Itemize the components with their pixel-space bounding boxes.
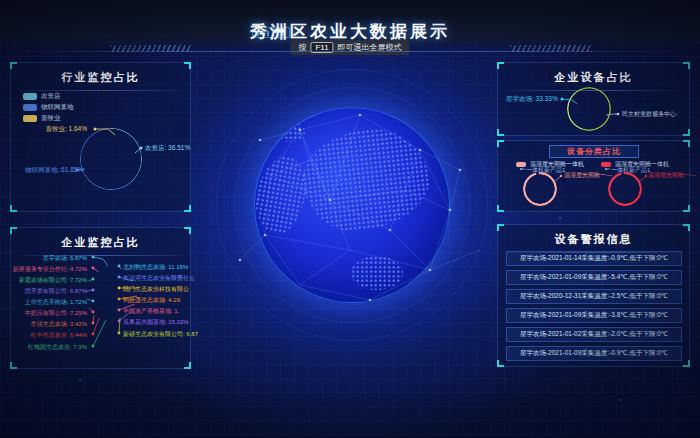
- legend-swatch: [23, 93, 37, 100]
- callout-xumuye: 畜牧业: 1.64%: [45, 126, 87, 133]
- callout-right: 温湿度光照舱一—: [648, 172, 696, 178]
- panel-device-ratio: 企业设备占比 星宇农场: 33.33% 民主村党群服务中心:: [497, 62, 690, 136]
- corner-icon: [683, 205, 690, 212]
- corner-icon: [683, 224, 690, 231]
- enterprise-label: 中奶乐有限公司: 7.29%: [25, 310, 87, 316]
- corner-icon: [497, 205, 504, 212]
- enterprise-label: 上华生态养殖场: 1.72%: [25, 299, 87, 305]
- legend-item-nongzidian[interactable]: 农资店: [23, 93, 61, 100]
- panel-title: 行业监控占比: [11, 63, 190, 85]
- legend-label: 畜牧业: [41, 115, 61, 122]
- legend-item-xumuye[interactable]: 畜牧业: [23, 115, 61, 122]
- globe: [254, 107, 450, 303]
- enterprise-label: 新塍服务专业合作社: 4.72%: [13, 266, 87, 272]
- panel-title: 企业设备占比: [498, 63, 689, 85]
- enterprise-label: 北刘鸭生态农场: 11.16%: [123, 264, 188, 270]
- corner-icon: [184, 62, 191, 69]
- corner-icon: [10, 227, 17, 234]
- alarm-row: 星宇农场-2021-01-09采集温度:-3.8℃,低于下限:0℃: [506, 308, 682, 323]
- legend-item-wulianwang[interactable]: 物联网基地: [23, 104, 74, 111]
- panel-alarm-info: 设备警报信息 星宇农场-2021-01-14采集温度:-0.9℃,低于下限:0℃…: [497, 224, 690, 367]
- alarm-row: 星宇农场-2020-12-31采集温度:-2.5℃,低于下限:0℃: [506, 289, 682, 304]
- legend-swatch: [23, 115, 37, 122]
- alarm-row: 星宇农场-2021-01-14采集温度:-0.9℃,低于下限:0℃: [506, 251, 682, 266]
- callout-left: 温湿度光照舱一—: [564, 172, 612, 178]
- continent-south: [351, 256, 403, 290]
- corner-icon: [497, 360, 504, 367]
- enterprise-label: 鸭慈荡生态农场: 4.29: [123, 297, 180, 303]
- alarm-row: 星宇农场-2021-01-09采集温度:-0.9℃,低于下限:0℃: [506, 346, 682, 361]
- panel-title: 设备警报信息: [498, 225, 689, 247]
- title-underline: [19, 90, 182, 91]
- enterprise-label: 红丰生态农业: 6.44%: [31, 332, 87, 338]
- corner-icon: [683, 129, 690, 136]
- corner-icon: [497, 62, 504, 69]
- panel-title: 企业监控占比: [11, 228, 190, 250]
- enterprise-label: 新硕生态农业有限公司: 6.87: [123, 331, 198, 337]
- corner-icon: [10, 205, 17, 212]
- enterprise-label: 李强生态农场: 3.42%: [31, 321, 87, 327]
- legend-label: 物联网基地: [41, 104, 74, 111]
- legend-swatch: [516, 162, 526, 167]
- corner-icon: [683, 360, 690, 367]
- fullscreen-hint: 按 F11 即可退出全屏模式: [290, 40, 409, 55]
- callout-wulianwang: 物联网基地: 61.85%: [25, 167, 83, 174]
- device-class-donut-left[interactable]: [523, 172, 557, 206]
- enterprise-label: 瓜果花卉园基地: 15.02%: [123, 319, 189, 325]
- alarm-row: 星宇农场-2021-01-02采集温度:-2.0℃,低于下限:0℃: [506, 327, 682, 342]
- header-hatch-left: [110, 45, 192, 52]
- panel-industry-ratio: 行业监控占比 农资店 物联网基地 畜牧业 畜牧业: 1.64% 农资店: 36.…: [10, 62, 191, 212]
- enterprise-label: 国开发有限公司: 6.87%: [25, 288, 87, 294]
- header-hatch-right: [510, 45, 592, 52]
- panel-enterprise-ratio: 企业监控占比 星宇农场: 6.87% 新塍服务专业合作社: 4.72% 家庭农场…: [10, 227, 191, 369]
- header: 秀洲区农业大数据展示 按 F11 即可退出全屏模式: [0, 0, 700, 52]
- enterprise-label: 家庭农场有限公司: 7.72%: [19, 277, 87, 283]
- industry-donut-chart[interactable]: [80, 128, 142, 190]
- panel-title: 设备分类占比: [549, 145, 639, 158]
- corner-icon: [497, 224, 504, 231]
- enterprise-label: 大运河生态农业有限责任公: [123, 275, 195, 281]
- corner-icon: [184, 227, 191, 234]
- panel-device-class: 设备分类占比 温湿度光照舱一体机 一体机新产品1 温湿度光照舱一— 温湿度光照舱…: [497, 140, 690, 212]
- header-divider: [0, 51, 700, 52]
- legend-label: 农资店: [41, 93, 61, 100]
- enterprise-label: 陆门生态农业科技有限公: [123, 286, 189, 292]
- callout-nongzidian: 农资店: 36.51%: [145, 145, 190, 152]
- device-donut-chart[interactable]: [567, 87, 611, 131]
- legend-swatch: [23, 104, 37, 111]
- corner-icon: [184, 205, 191, 212]
- corner-icon: [10, 62, 17, 69]
- callout-xingyu: 星宇农场: 33.33%: [506, 96, 558, 103]
- corner-icon: [497, 129, 504, 136]
- corner-icon: [497, 140, 504, 147]
- enterprise-label: 红梅园生态农业: 7.3%: [28, 344, 87, 350]
- corner-icon: [683, 140, 690, 147]
- alarm-row: 星宇农场-2021-01-09采集温度:-5.4℃,低于下限:0℃: [506, 270, 682, 285]
- corner-icon: [10, 362, 17, 369]
- continent-west: [254, 152, 311, 237]
- corner-icon: [683, 62, 690, 69]
- device-class-donut-right[interactable]: [608, 172, 642, 206]
- continent-asia: [298, 124, 434, 237]
- legend-swatch: [601, 162, 611, 167]
- enterprise-label: 丰园水产养殖基地: 1.: [123, 308, 179, 314]
- callout-minzhucun: 民主村党群服务中心:: [622, 111, 678, 117]
- enterprise-label: 星宇农场: 6.87%: [43, 255, 87, 261]
- corner-icon: [184, 362, 191, 369]
